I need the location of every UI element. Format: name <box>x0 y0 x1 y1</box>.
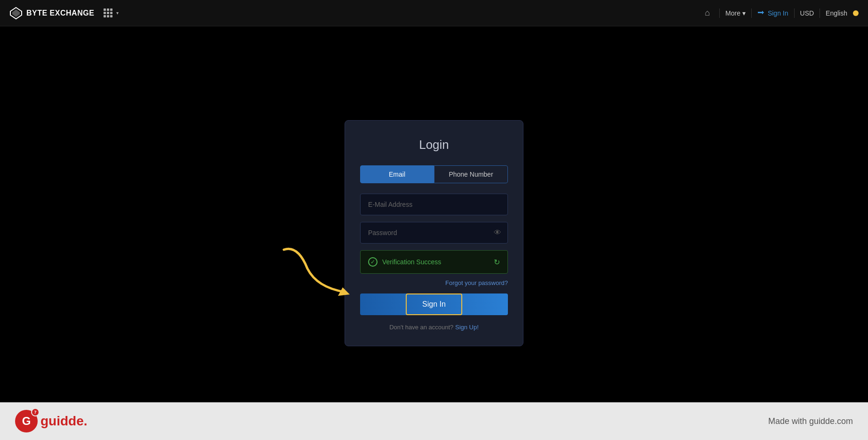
apps-chevron-icon: ▾ <box>116 10 119 16</box>
more-button[interactable]: More ▾ <box>725 9 746 17</box>
navbar-signin-button[interactable]: ⮕ Sign In <box>757 9 788 17</box>
arrow-annotation <box>270 240 364 308</box>
footer-bar: G 7 guidde. Made with guidde.com <box>0 402 868 440</box>
logo-icon <box>9 7 23 20</box>
divider2 <box>751 8 752 18</box>
password-input-group: 👁 <box>360 222 508 244</box>
tab-phone[interactable]: Phone Number <box>434 165 508 183</box>
home-icon: ⌂ <box>705 8 710 17</box>
verification-success-label: ✓ Verification Success <box>368 257 441 267</box>
svg-marker-2 <box>338 287 350 296</box>
signup-row: Don't have an account? Sign Up! <box>360 324 508 331</box>
divider <box>719 8 720 18</box>
guidde-badge: 7 <box>31 408 40 416</box>
usd-button[interactable]: USD <box>800 9 814 17</box>
verification-text: Verification Success <box>382 258 441 266</box>
eye-slash-icon: 👁 <box>494 228 501 236</box>
tab-email[interactable]: Email <box>360 165 434 183</box>
verification-box: ✓ Verification Success ↻ <box>360 250 508 274</box>
status-dot <box>853 10 859 16</box>
divider3 <box>794 8 795 18</box>
divider4 <box>820 8 820 18</box>
guidde-text: guidde. <box>40 414 88 429</box>
guidde-logo: G 7 guidde. <box>15 410 88 432</box>
language-label: English <box>826 9 847 17</box>
footer-made-with: Made with guidde.com <box>768 416 853 426</box>
home-button[interactable]: ⌂ <box>701 6 714 20</box>
main-content: Login Email Phone Number 👁 ✓ Verificatio… <box>0 0 868 440</box>
apps-grid-icon <box>102 7 114 19</box>
forgot-row: Forgot your password? <box>360 278 508 287</box>
signup-link-button[interactable]: Sign Up! <box>455 324 479 331</box>
guidde-dot: . <box>84 414 88 428</box>
navbar-right: ⌂ More ▾ ⮕ Sign In USD English <box>701 6 859 20</box>
forgot-password-button[interactable]: Forgot your password? <box>445 279 508 286</box>
arrow-svg <box>270 240 364 306</box>
login-card: Login Email Phone Number 👁 ✓ Verificatio… <box>345 120 523 346</box>
signin-button[interactable]: Sign In <box>360 293 508 315</box>
refresh-button[interactable]: ↻ <box>494 258 500 267</box>
svg-marker-1 <box>12 9 20 17</box>
refresh-icon: ↻ <box>494 258 500 266</box>
usd-label: USD <box>800 9 814 17</box>
more-chevron-icon: ▾ <box>742 9 746 17</box>
language-button[interactable]: English <box>826 9 847 17</box>
navbar-signin-label: Sign In <box>768 9 788 17</box>
password-toggle-button[interactable]: 👁 <box>494 228 501 237</box>
apps-menu[interactable]: ▾ <box>102 7 119 19</box>
signin-btn-wrapper: Sign In <box>360 293 508 315</box>
password-input[interactable] <box>360 222 508 244</box>
login-tab-row: Email Phone Number <box>360 165 508 183</box>
email-input-group <box>360 194 508 215</box>
logo-text: BYTE EXCHANGE <box>26 9 94 17</box>
navbar: BYTE EXCHANGE ▾ ⌂ More ▾ ⮕ Sign In USD E… <box>0 0 868 26</box>
email-input[interactable] <box>360 194 508 215</box>
signin-icon: ⮕ <box>757 9 765 17</box>
check-circle-icon: ✓ <box>368 257 378 267</box>
login-title: Login <box>360 138 508 152</box>
more-label: More <box>725 9 740 17</box>
no-account-text: Don't have an account? <box>389 324 453 331</box>
guidde-g-logo: G 7 <box>15 410 38 432</box>
logo: BYTE EXCHANGE <box>9 7 94 20</box>
